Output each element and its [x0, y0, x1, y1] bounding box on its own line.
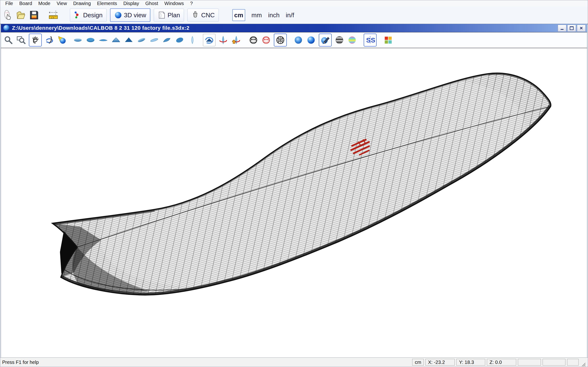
status-help-text: Press F1 for help — [2, 359, 39, 365]
status-empty-2 — [543, 359, 565, 366]
view-side-button[interactable] — [98, 34, 108, 46]
paint-sphere-button[interactable] — [319, 33, 332, 47]
status-empty-1 — [518, 359, 541, 366]
dimensions-button[interactable]: 1 0 — [48, 9, 59, 21]
view-outline-button[interactable] — [187, 34, 198, 46]
view-tail-icon — [124, 35, 133, 45]
view-perspective-3-button[interactable] — [162, 34, 172, 46]
menu-elements[interactable]: Elements — [94, 0, 120, 7]
cnc-mode-button[interactable]: CNC — [187, 9, 219, 22]
view-outline-icon — [188, 35, 197, 45]
document-icon — [3, 25, 10, 31]
symmetry-button[interactable]: S S — [364, 33, 377, 47]
view-deck-button[interactable] — [73, 34, 83, 46]
document-window: Z:\Users\dennery\Downloads\CALBOB 8 2 31… — [1, 24, 587, 358]
unit-inch[interactable]: inch — [268, 11, 280, 19]
3d-view-mode-button[interactable]: 3D view — [110, 8, 150, 22]
shaded-sphere-2-button[interactable] — [306, 34, 316, 46]
wireframe-sphere-red-icon — [262, 35, 271, 45]
menu-mode[interactable]: Mode — [35, 0, 53, 7]
view-perspective-1-icon — [137, 35, 146, 45]
view-perspective-2-button[interactable] — [149, 34, 159, 46]
design-mode-button[interactable]: Design — [70, 9, 107, 22]
zoom-icon — [4, 35, 13, 45]
view-bottom-button[interactable] — [86, 34, 95, 46]
wireframe-sphere-button[interactable] — [248, 34, 259, 46]
symmetry-icon: S S — [365, 35, 375, 45]
view-bottom-icon — [86, 35, 95, 45]
color-palette-icon — [384, 35, 393, 45]
view-front-button[interactable] — [111, 34, 121, 46]
rotate-view-button[interactable] — [44, 34, 54, 46]
resize-grip[interactable] — [580, 361, 586, 367]
rotate-rail-button[interactable] — [218, 34, 228, 46]
shaded-sphere-icon — [294, 35, 303, 45]
menu-display[interactable]: Display — [120, 0, 142, 7]
view-side-icon — [99, 35, 108, 45]
status-z-coordinate: Z: 0.0 — [487, 359, 516, 366]
rainbow-sphere-button[interactable] — [347, 34, 357, 46]
unit-cm-selected[interactable]: cm — [232, 9, 245, 21]
menu-help[interactable]: ? — [187, 0, 196, 7]
design-mode-icon — [74, 11, 81, 19]
cnc-mode-label: CNC — [201, 11, 215, 19]
view-perspective-4-button[interactable] — [175, 34, 185, 46]
plan-mode-label: Plan — [167, 11, 180, 19]
view-perspective-3-icon — [162, 35, 172, 45]
view-tail-button[interactable] — [124, 34, 134, 46]
menu-windows[interactable]: Windows — [161, 0, 187, 7]
unit-mm[interactable]: mm — [251, 11, 262, 19]
save-icon — [29, 10, 39, 20]
close-button[interactable] — [577, 25, 586, 32]
3d-canvas[interactable] — [1, 48, 587, 357]
menu-board[interactable]: Board — [16, 0, 35, 7]
status-y-coordinate: Y: 18.3 — [456, 359, 485, 366]
document-titlebar[interactable]: Z:\Users\dennery\Downloads\CALBOB 8 2 31… — [1, 24, 587, 32]
zoom-window-button[interactable] — [16, 34, 26, 46]
wireframe-sphere-red-button[interactable] — [261, 34, 271, 46]
svg-text:S: S — [371, 36, 375, 44]
plan-mode-button[interactable]: Plan — [154, 9, 184, 22]
main-toolbar: 1 0 Design 3D view Pl — [0, 7, 588, 24]
open-folder-icon — [16, 10, 26, 20]
view-toolbar: S S — [1, 32, 587, 48]
minimize-button[interactable] — [558, 25, 566, 32]
open-button[interactable] — [15, 9, 27, 21]
pan-hand-button[interactable] — [29, 33, 42, 47]
zoom-window-icon — [17, 35, 26, 45]
auto-rotate-icon — [204, 35, 214, 45]
menu-bar: File Board Mode View Drawing Elements Di… — [0, 0, 588, 7]
3d-view-mode-icon — [114, 11, 122, 19]
zebra-sphere-button[interactable] — [334, 34, 345, 46]
color-palette-button[interactable] — [383, 34, 393, 46]
mesh-sphere-button[interactable] — [274, 33, 287, 47]
wireframe-sphere-icon — [249, 35, 258, 45]
auto-rotate-button[interactable] — [203, 34, 216, 46]
view-perspective-4-icon — [175, 35, 184, 45]
render-light-icon — [58, 35, 67, 45]
cnc-mode-icon — [191, 11, 199, 19]
pan-hand-icon — [31, 35, 40, 45]
flip-board-button[interactable] — [231, 34, 241, 46]
menu-file[interactable]: File — [2, 0, 16, 7]
unit-selector: cm mm inch in/f — [232, 9, 294, 21]
status-x-coordinate: X: -23.2 — [425, 359, 455, 366]
new-board-button[interactable] — [2, 9, 14, 21]
rainbow-sphere-icon — [347, 35, 357, 45]
render-light-button[interactable] — [57, 34, 67, 46]
unit-inf[interactable]: in/f — [286, 11, 294, 19]
save-button[interactable] — [28, 9, 40, 21]
mesh-sphere-icon — [276, 35, 285, 45]
menu-ghost[interactable]: Ghost — [142, 0, 161, 7]
view-deck-icon — [73, 35, 82, 45]
view-front-icon — [112, 35, 121, 45]
surfboard-wireframe-model[interactable] — [1, 48, 587, 357]
rotate-view-icon — [45, 35, 54, 45]
menu-view[interactable]: View — [53, 0, 70, 7]
view-perspective-2-icon — [150, 35, 159, 45]
view-perspective-1-button[interactable] — [137, 34, 147, 46]
menu-drawing[interactable]: Drawing — [70, 0, 94, 7]
maximize-button[interactable] — [567, 25, 576, 32]
shaded-sphere-button[interactable] — [293, 34, 303, 46]
zoom-button[interactable] — [3, 34, 13, 46]
